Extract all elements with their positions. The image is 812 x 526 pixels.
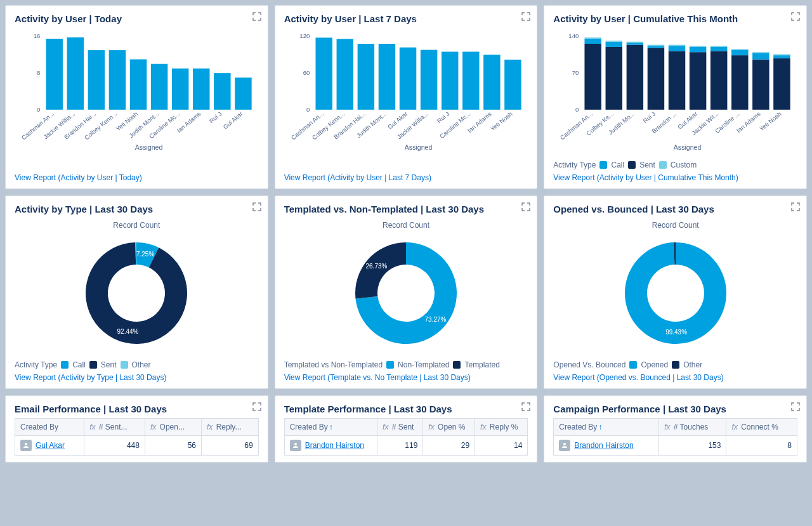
user-link[interactable]: Gul Akar bbox=[36, 441, 65, 450]
expand-icon[interactable] bbox=[791, 402, 800, 411]
col-created-by[interactable]: Created By↑ bbox=[284, 419, 377, 436]
svg-rect-38 bbox=[504, 60, 521, 110]
view-report-link[interactable]: View Report (Activity by Type | Last 30 … bbox=[15, 373, 259, 382]
col-reply[interactable]: fx Reply % bbox=[475, 419, 528, 436]
svg-rect-78 bbox=[752, 60, 769, 110]
svg-text:26.73%: 26.73% bbox=[365, 263, 387, 270]
email-perf-table: Created By fx # Sent... fx Open... fx Re… bbox=[15, 418, 259, 456]
svg-rect-9 bbox=[151, 64, 167, 110]
expand-icon[interactable] bbox=[252, 402, 261, 411]
col-open[interactable]: fx Open... bbox=[145, 419, 201, 436]
col-sent[interactable]: fx # Sent... bbox=[84, 419, 145, 436]
svg-rect-83 bbox=[774, 54, 790, 55]
svg-rect-12 bbox=[214, 73, 230, 110]
svg-text:Yeti Noah: Yeti Noah bbox=[489, 110, 514, 133]
view-report-link[interactable]: View Report (Opened vs. Bounced | Last 3… bbox=[553, 373, 797, 382]
svg-rect-80 bbox=[752, 52, 769, 53]
swatch-sent bbox=[89, 361, 97, 369]
card-email-perf: Email Performance | Last 30 Days Created… bbox=[5, 395, 268, 463]
svg-rect-4 bbox=[46, 39, 62, 110]
svg-rect-70 bbox=[690, 47, 706, 52]
col-connect[interactable]: fx Connect % bbox=[726, 419, 797, 436]
user-link[interactable]: Brandon Hairston bbox=[305, 441, 364, 450]
expand-icon[interactable] bbox=[252, 202, 261, 211]
svg-rect-57 bbox=[606, 47, 622, 110]
svg-rect-36 bbox=[462, 51, 479, 109]
svg-rect-35 bbox=[442, 51, 458, 109]
svg-rect-58 bbox=[606, 42, 622, 47]
dashboard-grid: Activity by User | Today 0816Record Coun… bbox=[0, 0, 812, 468]
svg-text:0: 0 bbox=[575, 106, 579, 113]
svg-rect-29 bbox=[315, 37, 332, 109]
svg-rect-69 bbox=[690, 52, 706, 110]
swatch-sent bbox=[628, 161, 636, 169]
svg-rect-66 bbox=[669, 51, 685, 110]
svg-text:73.27%: 73.27% bbox=[425, 316, 447, 323]
expand-icon[interactable] bbox=[791, 202, 800, 211]
avatar-icon bbox=[559, 440, 570, 451]
card-campaign-perf: Campaign Performance | Last 30 Days Crea… bbox=[544, 395, 807, 463]
svg-text:8: 8 bbox=[37, 69, 40, 76]
svg-rect-64 bbox=[648, 46, 664, 48]
table-row: Brandon Hairston 119 29 14 bbox=[284, 436, 528, 456]
svg-rect-74 bbox=[710, 46, 727, 47]
svg-text:60: 60 bbox=[303, 69, 310, 76]
view-report-link[interactable]: View Report (Template vs. No Template | … bbox=[284, 373, 528, 382]
donut-chart: 73.27%26.73% bbox=[343, 230, 469, 357]
view-report-link[interactable]: View Report (Activity by User | Today) bbox=[15, 173, 259, 182]
svg-rect-63 bbox=[648, 48, 664, 110]
swatch-custom bbox=[659, 161, 667, 169]
col-open[interactable]: fx Open % bbox=[423, 419, 475, 436]
svg-text:99.43%: 99.43% bbox=[665, 329, 687, 336]
swatch-other bbox=[672, 361, 679, 369]
svg-rect-8 bbox=[130, 60, 147, 110]
svg-rect-54 bbox=[585, 44, 601, 110]
col-reply[interactable]: fx Reply... bbox=[201, 419, 258, 436]
expand-icon[interactable] bbox=[252, 12, 261, 21]
col-sent[interactable]: fx # Sent bbox=[377, 419, 423, 436]
svg-rect-11 bbox=[193, 69, 209, 110]
donut-center-label: Record Count bbox=[15, 221, 259, 230]
svg-rect-61 bbox=[627, 43, 643, 44]
swatch-opened bbox=[629, 361, 637, 369]
svg-text:Gul Akar: Gul Akar bbox=[221, 110, 244, 131]
card-title: Activity by User | Cumulative This Month bbox=[553, 13, 797, 24]
col-touches[interactable]: fx # Touches bbox=[659, 419, 726, 436]
col-created-by[interactable]: Created By bbox=[15, 419, 84, 436]
card-templated: Templated vs. Non-Templated | Last 30 Da… bbox=[275, 195, 538, 389]
svg-rect-65 bbox=[648, 45, 664, 46]
table-row: Brandon Hairston 153 8 bbox=[554, 436, 797, 456]
card-title: Email Performance | Last 30 Days bbox=[15, 404, 259, 414]
card-title: Template Performance | Last 30 Days bbox=[284, 404, 528, 414]
view-report-link[interactable]: View Report (Activity by User | Last 7 D… bbox=[284, 173, 528, 182]
svg-rect-60 bbox=[627, 45, 643, 110]
sort-asc-icon: ↑ bbox=[598, 423, 602, 431]
donut-center-label: Record Count bbox=[553, 221, 797, 230]
svg-rect-73 bbox=[710, 47, 727, 51]
card-title: Campaign Performance | Last 30 Days bbox=[553, 404, 797, 414]
bar-chart: 0816Record CountCashman An...Jackie Will… bbox=[15, 28, 259, 155]
svg-text:Rui J: Rui J bbox=[208, 110, 223, 125]
expand-icon[interactable] bbox=[521, 202, 530, 211]
svg-text:Rui J: Rui J bbox=[435, 110, 450, 125]
svg-rect-33 bbox=[399, 48, 416, 110]
card-activity-7days: Activity by User | Last 7 Days 060120Rec… bbox=[275, 5, 538, 189]
expand-icon[interactable] bbox=[791, 12, 800, 21]
expand-icon[interactable] bbox=[521, 12, 530, 21]
svg-rect-81 bbox=[774, 58, 790, 110]
svg-rect-10 bbox=[172, 69, 188, 110]
card-title: Activity by User | Last 7 Days bbox=[284, 13, 528, 24]
col-created-by[interactable]: Created By↑ bbox=[554, 419, 659, 436]
template-perf-table: Created By↑ fx # Sent fx Open % fx Reply… bbox=[284, 418, 528, 456]
card-activity-type: Activity by Type | Last 30 Days Record C… bbox=[5, 195, 268, 389]
donut-center-label: Record Count bbox=[284, 221, 528, 230]
card-activity-today: Activity by User | Today 0816Record Coun… bbox=[5, 5, 268, 189]
svg-rect-31 bbox=[357, 44, 374, 110]
expand-icon[interactable] bbox=[521, 402, 530, 411]
bar-chart: 060120Record CountCashman An...Colbey Ke… bbox=[284, 28, 528, 155]
svg-rect-59 bbox=[606, 41, 622, 42]
user-link[interactable]: Brandon Hairston bbox=[574, 441, 633, 450]
legend: Opened Vs. Bounced Opened Other bbox=[553, 360, 797, 369]
svg-text:120: 120 bbox=[299, 32, 310, 39]
view-report-link[interactable]: View Report (Activity by User | Cumulati… bbox=[553, 173, 797, 182]
